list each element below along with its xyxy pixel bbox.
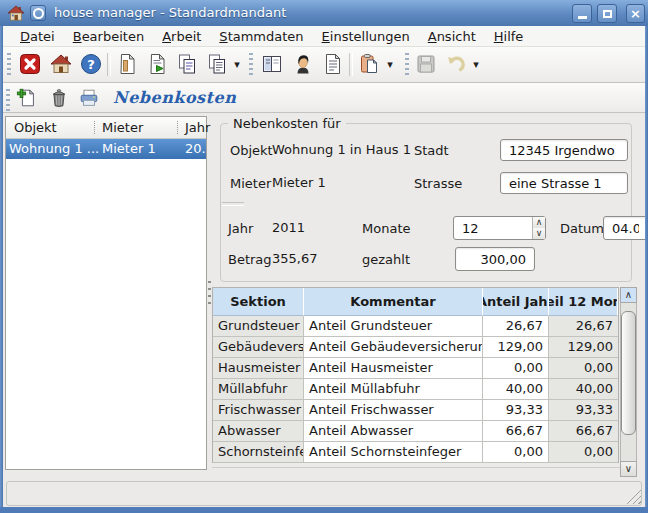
cell[interactable]: Gebäudeversicherung — [213, 337, 304, 358]
new-entry-button[interactable] — [14, 85, 40, 111]
monate-spinner[interactable]: ∧ ∨ — [453, 216, 546, 240]
list-item-selected[interactable]: Wohnung 1 ... Mieter 1 20... — [6, 139, 206, 159]
cell[interactable]: 26,67 — [549, 316, 618, 337]
menu-hilfe[interactable]: Hilfe — [485, 28, 533, 45]
col-header-objekt[interactable]: Objekt — [14, 120, 57, 135]
cell[interactable]: 0,00 — [549, 358, 618, 379]
paste-button[interactable] — [355, 50, 383, 78]
paste-dropdown-icon[interactable]: ▾ — [384, 58, 396, 71]
cell[interactable]: 0,00 — [483, 442, 549, 463]
datum-input[interactable] — [603, 216, 648, 240]
document-button[interactable] — [319, 50, 347, 78]
menubar: Datei Bearbeiten Arbeit Stammdaten Einst… — [3, 26, 645, 47]
cell[interactable]: Hausmeister — [213, 358, 304, 379]
maximize-button[interactable] — [597, 4, 617, 23]
cost-table[interactable]: Sektion Kommentar Anteil Jahr Anteil 12 … — [212, 287, 619, 463]
header-kommentar[interactable]: Kommentar — [304, 288, 483, 316]
cost-table-header[interactable]: Sektion Kommentar Anteil Jahr Anteil 12 … — [213, 288, 618, 316]
scroll-up-button[interactable]: ∧ — [620, 287, 637, 303]
menu-einstellungen[interactable]: Einstellungen — [313, 28, 419, 45]
cell[interactable]: 40,00 — [483, 379, 549, 400]
print-button[interactable] — [76, 85, 102, 111]
window-border-bottom — [0, 507, 648, 513]
cell[interactable]: 129,00 — [483, 337, 549, 358]
object-list[interactable]: Objekt Mieter Jahr Wohnung 1 ... Mieter … — [5, 116, 207, 470]
cell[interactable]: Frischwasser — [213, 400, 304, 421]
table-row[interactable]: Schornsteinfeger Anteil Schornsteinfeger… — [213, 442, 618, 463]
window-menu-button[interactable] — [30, 5, 46, 21]
exit-button[interactable] — [16, 50, 44, 78]
copy-pages-alt-button[interactable] — [203, 50, 231, 78]
home-button[interactable] — [47, 50, 75, 78]
cell-mieter: Mieter 1 — [102, 141, 174, 156]
strasse-input[interactable] — [500, 172, 628, 194]
cell[interactable]: 26,67 — [483, 316, 549, 337]
cell[interactable]: 66,67 — [549, 421, 618, 442]
minimize-button[interactable] — [572, 4, 592, 23]
cell[interactable]: Müllabfuhr — [213, 379, 304, 400]
cell[interactable]: Anteil Müllabfuhr — [304, 379, 483, 400]
new-document-button[interactable] — [113, 50, 141, 78]
column-separator[interactable] — [177, 121, 178, 134]
table-row[interactable]: Hausmeister Anteil Hausmeister 0,00 0,00 — [213, 358, 618, 379]
cell[interactable]: 66,67 — [483, 421, 549, 442]
cell[interactable]: 93,33 — [483, 400, 549, 421]
table-row[interactable]: Frischwasser Anteil Frischwasser 93,33 9… — [213, 400, 618, 421]
toolbar-handle[interactable] — [249, 53, 253, 76]
table-row[interactable]: Grundsteuer Anteil Grundsteuer 26,67 26,… — [213, 316, 618, 337]
cell[interactable]: 129,00 — [549, 337, 618, 358]
table-row[interactable]: Müllabfuhr Anteil Müllabfuhr 40,00 40,00 — [213, 379, 618, 400]
titlebar[interactable]: house manager - Standardmandant × — [0, 0, 648, 27]
save-button[interactable] — [412, 50, 440, 78]
gezahlt-input[interactable] — [455, 247, 535, 271]
vertical-scrollbar[interactable]: ∧ ∨ — [620, 287, 637, 477]
cell[interactable]: Schornsteinfeger — [213, 442, 304, 463]
cell[interactable]: 93,33 — [549, 400, 618, 421]
cell[interactable]: Anteil Abwasser — [304, 421, 483, 442]
scrollbar-thumb[interactable] — [621, 311, 636, 435]
spin-up-icon[interactable]: ∧ — [533, 217, 545, 228]
menu-ansicht[interactable]: Ansicht — [419, 28, 485, 45]
monate-input[interactable] — [454, 217, 532, 239]
header-sektion[interactable]: Sektion — [213, 288, 304, 316]
table-row[interactable]: Abwasser Anteil Abwasser 66,67 66,67 — [213, 421, 618, 442]
cell[interactable]: 0,00 — [483, 358, 549, 379]
cell[interactable]: Anteil Gebäudeversicherung — [304, 337, 483, 358]
scroll-down-icon: ∨ — [625, 463, 632, 474]
cell[interactable]: 40,00 — [549, 379, 618, 400]
cell[interactable]: Anteil Hausmeister — [304, 358, 483, 379]
toolbar-handle[interactable] — [7, 53, 11, 76]
header-anteil-12-monate[interactable]: Anteil 12 Monate — [549, 288, 618, 316]
menu-arbeit[interactable]: Arbeit — [153, 28, 210, 45]
person-button[interactable] — [289, 50, 317, 78]
cell[interactable]: Grundsteuer — [213, 316, 304, 337]
toolbar-handle[interactable] — [6, 89, 10, 112]
menu-stammdaten[interactable]: Stammdaten — [210, 28, 312, 45]
spin-down-icon[interactable]: ∨ — [533, 228, 545, 239]
delete-button[interactable] — [46, 85, 72, 111]
toolbar-handle[interactable] — [405, 53, 409, 76]
column-separator[interactable] — [94, 121, 95, 134]
header-anteil-jahr[interactable]: Anteil Jahr — [483, 288, 549, 316]
document-group-dropdown-icon[interactable]: ▾ — [231, 58, 243, 71]
cell[interactable]: Anteil Frischwasser — [304, 400, 483, 421]
menu-datei[interactable]: Datei — [11, 28, 64, 45]
object-list-header[interactable]: Objekt Mieter Jahr — [6, 117, 206, 139]
report-document-button[interactable] — [143, 50, 171, 78]
cell[interactable]: Anteil Schornsteinfeger — [304, 442, 483, 463]
cell[interactable]: Anteil Grundsteuer — [304, 316, 483, 337]
table-row[interactable]: Gebäudeversicherung Anteil Gebäudeversic… — [213, 337, 618, 358]
close-button[interactable]: × — [626, 4, 645, 23]
window-border-left — [0, 26, 3, 508]
menu-bearbeiten[interactable]: Bearbeiten — [64, 28, 153, 45]
cell[interactable]: Abwasser — [213, 421, 304, 442]
scroll-down-button[interactable]: ∨ — [620, 461, 637, 477]
copy-pages-button[interactable] — [173, 50, 201, 78]
help-button[interactable]: ? — [77, 50, 105, 78]
undo-button[interactable] — [442, 50, 470, 78]
cell[interactable]: 0,00 — [549, 442, 618, 463]
undo-dropdown-icon[interactable]: ▾ — [470, 58, 482, 71]
view-panels-button[interactable] — [258, 50, 286, 78]
col-header-mieter[interactable]: Mieter — [102, 120, 143, 135]
stadt-input[interactable] — [500, 139, 628, 161]
